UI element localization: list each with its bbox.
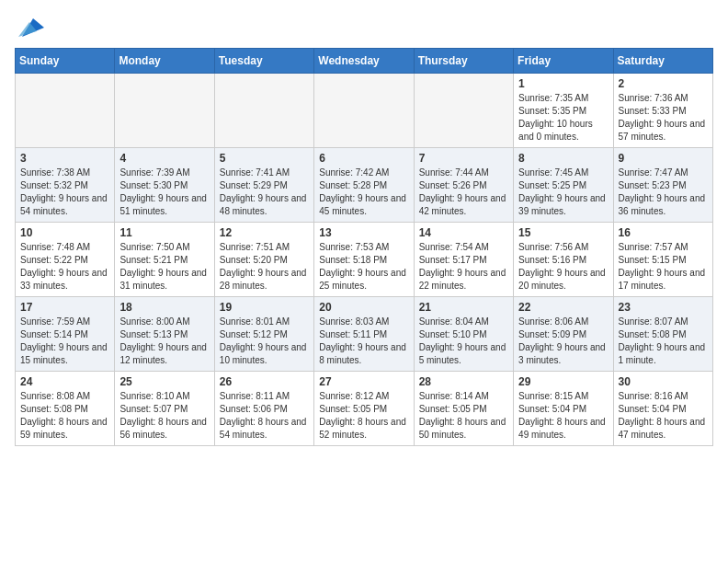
day-number: 24 bbox=[20, 375, 109, 388]
day-number: 25 bbox=[119, 375, 209, 388]
calendar-day-cell: 5Sunrise: 7:41 AMSunset: 5:29 PMDaylight… bbox=[214, 148, 313, 223]
calendar-day-cell: 18Sunrise: 8:00 AMSunset: 5:13 PMDayligh… bbox=[115, 297, 214, 372]
day-number: 20 bbox=[319, 301, 408, 314]
day-info: Sunrise: 7:57 AMSunset: 5:15 PMDaylight:… bbox=[619, 241, 708, 293]
day-info: Sunrise: 7:39 AMSunset: 5:30 PMDaylight:… bbox=[119, 167, 209, 218]
calendar-day-cell: 23Sunrise: 8:07 AMSunset: 5:08 PMDayligh… bbox=[613, 297, 712, 372]
day-number: 16 bbox=[619, 226, 708, 239]
day-info: Sunrise: 7:36 AMSunset: 5:33 PMDaylight:… bbox=[619, 92, 708, 144]
day-number: 9 bbox=[619, 152, 708, 165]
day-info: Sunrise: 7:50 AMSunset: 5:21 PMDaylight:… bbox=[119, 241, 209, 293]
calendar-day-cell bbox=[314, 74, 414, 148]
calendar-header-row: SundayMondayTuesdayWednesdayThursdayFrid… bbox=[16, 49, 713, 74]
logo bbox=[15, 15, 48, 40]
day-info: Sunrise: 8:01 AMSunset: 5:12 PMDaylight:… bbox=[220, 316, 309, 367]
day-info: Sunrise: 7:51 AMSunset: 5:20 PMDaylight:… bbox=[220, 241, 309, 293]
day-number: 15 bbox=[518, 226, 608, 239]
day-number: 5 bbox=[220, 152, 309, 165]
calendar-day-cell: 11Sunrise: 7:50 AMSunset: 5:21 PMDayligh… bbox=[115, 223, 214, 297]
day-info: Sunrise: 7:35 AMSunset: 5:35 PMDaylight:… bbox=[518, 92, 608, 144]
calendar-day-cell bbox=[214, 74, 313, 148]
calendar-day-cell: 22Sunrise: 8:06 AMSunset: 5:09 PMDayligh… bbox=[514, 297, 613, 372]
calendar-day-cell: 26Sunrise: 8:11 AMSunset: 5:06 PMDayligh… bbox=[214, 372, 313, 446]
day-info: Sunrise: 7:53 AMSunset: 5:18 PMDaylight:… bbox=[319, 241, 408, 293]
calendar-day-cell: 25Sunrise: 8:10 AMSunset: 5:07 PMDayligh… bbox=[115, 372, 214, 446]
calendar-day-cell: 16Sunrise: 7:57 AMSunset: 5:15 PMDayligh… bbox=[613, 223, 712, 297]
weekday-header: Friday bbox=[514, 49, 613, 74]
calendar-day-cell: 15Sunrise: 7:56 AMSunset: 5:16 PMDayligh… bbox=[514, 223, 613, 297]
day-number: 6 bbox=[319, 152, 408, 165]
day-info: Sunrise: 8:11 AMSunset: 5:06 PMDaylight:… bbox=[220, 390, 309, 442]
day-number: 27 bbox=[319, 375, 408, 388]
calendar-day-cell: 1Sunrise: 7:35 AMSunset: 5:35 PMDaylight… bbox=[514, 74, 613, 148]
day-info: Sunrise: 8:08 AMSunset: 5:08 PMDaylight:… bbox=[20, 390, 109, 442]
day-number: 8 bbox=[518, 152, 608, 165]
day-info: Sunrise: 8:07 AMSunset: 5:08 PMDaylight:… bbox=[619, 316, 708, 367]
calendar-day-cell: 24Sunrise: 8:08 AMSunset: 5:08 PMDayligh… bbox=[16, 372, 115, 446]
page-header bbox=[15, 15, 713, 40]
day-info: Sunrise: 7:38 AMSunset: 5:32 PMDaylight:… bbox=[20, 167, 109, 218]
day-info: Sunrise: 8:14 AMSunset: 5:05 PMDaylight:… bbox=[419, 390, 508, 442]
calendar-day-cell: 2Sunrise: 7:36 AMSunset: 5:33 PMDaylight… bbox=[613, 74, 712, 148]
day-info: Sunrise: 7:59 AMSunset: 5:14 PMDaylight:… bbox=[20, 316, 109, 367]
calendar-day-cell: 10Sunrise: 7:48 AMSunset: 5:22 PMDayligh… bbox=[16, 223, 115, 297]
day-number: 28 bbox=[419, 375, 508, 388]
day-number: 13 bbox=[319, 226, 408, 239]
day-number: 7 bbox=[419, 152, 508, 165]
calendar-day-cell: 30Sunrise: 8:16 AMSunset: 5:04 PMDayligh… bbox=[613, 372, 712, 446]
calendar-day-cell: 27Sunrise: 8:12 AMSunset: 5:05 PMDayligh… bbox=[314, 372, 414, 446]
day-number: 26 bbox=[220, 375, 309, 388]
day-info: Sunrise: 8:16 AMSunset: 5:04 PMDaylight:… bbox=[619, 390, 708, 442]
day-number: 23 bbox=[619, 301, 708, 314]
calendar-table: SundayMondayTuesdayWednesdayThursdayFrid… bbox=[15, 48, 713, 446]
calendar-week-row: 3Sunrise: 7:38 AMSunset: 5:32 PMDaylight… bbox=[16, 148, 713, 223]
calendar-day-cell: 9Sunrise: 7:47 AMSunset: 5:23 PMDaylight… bbox=[613, 148, 712, 223]
calendar-day-cell bbox=[115, 74, 214, 148]
day-number: 10 bbox=[20, 226, 109, 239]
day-number: 11 bbox=[119, 226, 209, 239]
day-number: 29 bbox=[518, 375, 608, 388]
calendar-day-cell: 13Sunrise: 7:53 AMSunset: 5:18 PMDayligh… bbox=[314, 223, 414, 297]
calendar-day-cell: 3Sunrise: 7:38 AMSunset: 5:32 PMDaylight… bbox=[16, 148, 115, 223]
day-number: 4 bbox=[119, 152, 209, 165]
calendar-week-row: 24Sunrise: 8:08 AMSunset: 5:08 PMDayligh… bbox=[16, 372, 713, 446]
day-number: 21 bbox=[419, 301, 508, 314]
weekday-header: Monday bbox=[115, 49, 214, 74]
day-info: Sunrise: 7:54 AMSunset: 5:17 PMDaylight:… bbox=[419, 241, 508, 293]
day-info: Sunrise: 7:48 AMSunset: 5:22 PMDaylight:… bbox=[20, 241, 109, 293]
calendar-day-cell: 14Sunrise: 7:54 AMSunset: 5:17 PMDayligh… bbox=[414, 223, 513, 297]
day-info: Sunrise: 7:44 AMSunset: 5:26 PMDaylight:… bbox=[419, 167, 508, 218]
day-info: Sunrise: 8:10 AMSunset: 5:07 PMDaylight:… bbox=[119, 390, 209, 442]
weekday-header: Tuesday bbox=[214, 49, 313, 74]
weekday-header: Thursday bbox=[414, 49, 513, 74]
day-info: Sunrise: 7:45 AMSunset: 5:25 PMDaylight:… bbox=[518, 167, 608, 218]
calendar-day-cell: 7Sunrise: 7:44 AMSunset: 5:26 PMDaylight… bbox=[414, 148, 513, 223]
day-info: Sunrise: 8:06 AMSunset: 5:09 PMDaylight:… bbox=[518, 316, 608, 367]
day-info: Sunrise: 8:04 AMSunset: 5:10 PMDaylight:… bbox=[419, 316, 508, 367]
day-number: 17 bbox=[20, 301, 109, 314]
day-info: Sunrise: 7:56 AMSunset: 5:16 PMDaylight:… bbox=[518, 241, 608, 293]
calendar-day-cell bbox=[414, 74, 513, 148]
calendar-week-row: 1Sunrise: 7:35 AMSunset: 5:35 PMDaylight… bbox=[16, 74, 713, 148]
day-number: 14 bbox=[419, 226, 508, 239]
day-number: 1 bbox=[518, 77, 608, 90]
calendar-day-cell: 6Sunrise: 7:42 AMSunset: 5:28 PMDaylight… bbox=[314, 148, 414, 223]
calendar-day-cell: 21Sunrise: 8:04 AMSunset: 5:10 PMDayligh… bbox=[414, 297, 513, 372]
calendar-week-row: 17Sunrise: 7:59 AMSunset: 5:14 PMDayligh… bbox=[16, 297, 713, 372]
day-info: Sunrise: 8:12 AMSunset: 5:05 PMDaylight:… bbox=[319, 390, 408, 442]
day-number: 2 bbox=[619, 77, 708, 90]
day-number: 18 bbox=[119, 301, 209, 314]
calendar-day-cell: 19Sunrise: 8:01 AMSunset: 5:12 PMDayligh… bbox=[214, 297, 313, 372]
day-info: Sunrise: 7:42 AMSunset: 5:28 PMDaylight:… bbox=[319, 167, 408, 218]
day-number: 12 bbox=[220, 226, 309, 239]
day-info: Sunrise: 8:00 AMSunset: 5:13 PMDaylight:… bbox=[119, 316, 209, 367]
calendar-day-cell: 17Sunrise: 7:59 AMSunset: 5:14 PMDayligh… bbox=[16, 297, 115, 372]
calendar-day-cell: 20Sunrise: 8:03 AMSunset: 5:11 PMDayligh… bbox=[314, 297, 414, 372]
calendar-day-cell: 29Sunrise: 8:15 AMSunset: 5:04 PMDayligh… bbox=[514, 372, 613, 446]
calendar-day-cell: 12Sunrise: 7:51 AMSunset: 5:20 PMDayligh… bbox=[214, 223, 313, 297]
calendar-day-cell bbox=[16, 74, 115, 148]
day-number: 30 bbox=[619, 375, 708, 388]
day-number: 22 bbox=[518, 301, 608, 314]
day-number: 19 bbox=[220, 301, 309, 314]
day-info: Sunrise: 8:15 AMSunset: 5:04 PMDaylight:… bbox=[518, 390, 608, 442]
